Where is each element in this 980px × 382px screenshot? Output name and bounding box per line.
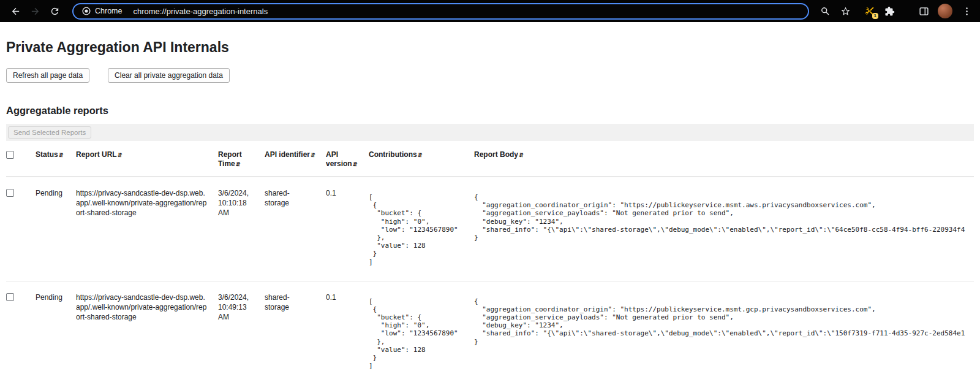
- clear-all-button[interactable]: Clear all private aggregation data: [108, 68, 230, 83]
- col-status[interactable]: Status⇵: [36, 141, 76, 177]
- api-version-cell: 0.1: [326, 281, 369, 382]
- puzzle-icon: [884, 6, 895, 17]
- extension-badge: 1: [872, 13, 878, 19]
- star-icon: [840, 6, 851, 17]
- sort-icon: ⇵: [59, 152, 64, 158]
- reload-button[interactable]: [45, 2, 64, 20]
- sort-icon: ⇵: [353, 161, 358, 167]
- omnibox[interactable]: Chrome chrome://private-aggregation-inte…: [72, 3, 809, 20]
- kebab-icon: [962, 6, 972, 17]
- sort-icon: ⇵: [118, 152, 123, 158]
- api-identifier-cell: shared-storage: [265, 281, 326, 382]
- forward-icon: [30, 6, 40, 17]
- page-title: Private Aggregation API Internals: [6, 39, 974, 56]
- sort-icon: ⇵: [236, 161, 241, 167]
- report-body-cell: { "aggregation_coordinator_origin": "htt…: [474, 281, 974, 382]
- select-all-header: [6, 141, 36, 177]
- bookmark-button[interactable]: [839, 5, 851, 17]
- sort-icon: ⇵: [418, 152, 423, 158]
- col-report-url[interactable]: Report URL⇵: [76, 141, 218, 177]
- report-url-cell: https://privacy-sandcastle-dev-dsp.web.a…: [76, 281, 218, 382]
- reports-table: Status⇵ Report URL⇵ Report Time⇵ API ide…: [6, 141, 974, 382]
- api-version-cell: 0.1: [326, 177, 369, 281]
- col-api-version[interactable]: API version⇵: [326, 141, 369, 177]
- search-icon: [820, 6, 831, 17]
- col-report-time[interactable]: Report Time⇵: [218, 141, 265, 177]
- select-all-checkbox[interactable]: [6, 151, 14, 159]
- table-header-row: Status⇵ Report URL⇵ Report Time⇵ API ide…: [6, 141, 974, 177]
- forward-button[interactable]: [26, 2, 44, 20]
- search-button[interactable]: [819, 5, 831, 17]
- section-title: Aggregatable reports: [6, 105, 974, 117]
- side-panel-button[interactable]: [918, 5, 930, 17]
- col-api-identifier[interactable]: API identifier⇵: [265, 141, 326, 177]
- profile-avatar[interactable]: [938, 4, 952, 18]
- send-selected-reports-button[interactable]: Send Selected Reports: [8, 126, 91, 139]
- url-text[interactable]: chrome://private-aggregation-internals: [133, 7, 268, 16]
- extension-action-button[interactable]: 1: [863, 5, 875, 17]
- report-time-cell: 3/6/2024, 10:10:18 AM: [218, 177, 265, 281]
- contributions-cell: [ { "bucket": { "high": "0", "low": "123…: [369, 281, 474, 382]
- report-time-cell: 3/6/2024, 10:49:13 AM: [218, 281, 265, 382]
- status-cell: Pending: [36, 281, 76, 382]
- page-content: Private Aggregation API Internals Refres…: [0, 39, 980, 382]
- browser-menu-button[interactable]: [960, 5, 973, 17]
- site-chip-label: Chrome: [95, 7, 122, 15]
- status-cell: Pending: [36, 177, 76, 281]
- site-chip: Chrome: [82, 7, 122, 15]
- chrome-logo-icon: [82, 7, 91, 15]
- row-checkbox[interactable]: [6, 293, 14, 301]
- col-report-body[interactable]: Report Body⇵: [474, 141, 974, 177]
- row-checkbox[interactable]: [6, 189, 14, 197]
- api-identifier-cell: shared-storage: [265, 177, 326, 281]
- table-toolbar: Send Selected Reports: [6, 124, 974, 141]
- side-panel-icon: [919, 6, 929, 17]
- reload-icon: [50, 6, 60, 17]
- browser-toolbar: Chrome chrome://private-aggregation-inte…: [0, 0, 980, 22]
- report-body-cell: { "aggregation_coordinator_origin": "htt…: [474, 177, 974, 281]
- sort-icon: ⇵: [311, 152, 315, 158]
- report-url-cell: https://privacy-sandcastle-dev-dsp.web.a…: [76, 177, 218, 281]
- back-button[interactable]: [6, 2, 24, 20]
- table-row: Pending https://privacy-sandcastle-dev-d…: [6, 281, 974, 382]
- refresh-all-button[interactable]: Refresh all page data: [6, 68, 89, 83]
- sort-icon: ⇵: [519, 152, 524, 158]
- contributions-cell: [ { "bucket": { "high": "0", "low": "123…: [369, 177, 474, 281]
- back-icon: [10, 6, 21, 17]
- extensions-button[interactable]: [883, 5, 895, 17]
- col-contributions[interactable]: Contributions⇵: [369, 141, 474, 177]
- table-row: Pending https://privacy-sandcastle-dev-d…: [6, 177, 974, 281]
